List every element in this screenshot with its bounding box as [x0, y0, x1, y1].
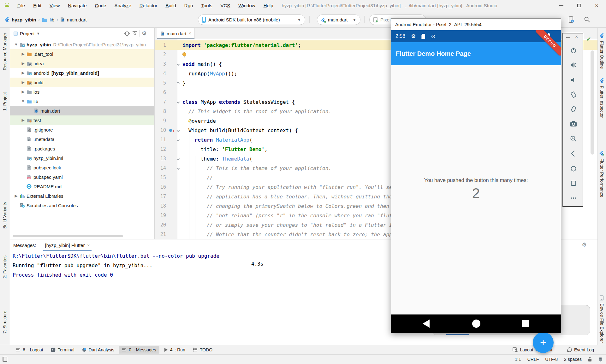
- volume-up-icon[interactable]: [569, 61, 578, 69]
- expand-arrow-icon[interactable]: ▶: [20, 71, 26, 75]
- messages-tab-flutter[interactable]: [hyzp_yibin] Flutter ×: [43, 239, 92, 251]
- tree-item-main-dart[interactable]: main.dart: [10, 106, 154, 115]
- back-icon[interactable]: [569, 150, 578, 158]
- tree-item-readme-md[interactable]: README.md: [10, 182, 154, 191]
- menu-run[interactable]: Run: [180, 3, 197, 8]
- rotate-right-icon[interactable]: [569, 105, 578, 113]
- fab-increment-button[interactable]: +: [533, 332, 554, 353]
- overview-icon[interactable]: [569, 179, 578, 187]
- expand-arrow-icon[interactable]: ▶: [20, 90, 26, 94]
- expand-arrow-icon[interactable]: ▶: [20, 118, 26, 122]
- expand-arrow-icon[interactable]: ▶: [20, 80, 26, 85]
- toolwindow-todo[interactable]: TODO: [190, 346, 216, 354]
- tree-item-hyzp-yibin[interactable]: ▼hyzp_yibinR:\FlutterProject\FlutterProj…: [10, 40, 154, 49]
- update-notification-icon[interactable]: [598, 357, 603, 362]
- close-tab-icon[interactable]: ×: [87, 243, 90, 248]
- close-tab-icon[interactable]: ×: [189, 31, 191, 36]
- status-1-1[interactable]: 1:1: [515, 357, 521, 362]
- toolwindow-dart-analysis[interactable]: Dart Analysis: [79, 346, 118, 354]
- fold-marker-icon[interactable]: [176, 138, 180, 141]
- tree-item-scratches-and-consoles[interactable]: Scratches and Consoles: [10, 201, 154, 210]
- nav-home-icon[interactable]: [472, 320, 480, 328]
- close-icon[interactable]: ×: [595, 3, 598, 9]
- inspections-ok-icon[interactable]: ✔: [586, 36, 591, 43]
- search-icon[interactable]: [583, 16, 591, 23]
- stripe-structure[interactable]: 7: Structure: [2, 311, 7, 333]
- toolwindow-6-logcat[interactable]: 6: Logcat: [13, 346, 46, 354]
- maximize-icon[interactable]: [577, 4, 581, 7]
- emulator-minimize-icon[interactable]: [566, 37, 570, 38]
- tree-item-gitignore[interactable]: .gitignore: [10, 125, 154, 134]
- stripe-favorites[interactable]: 2: Favorites: [2, 255, 7, 279]
- breadcrumb-file[interactable]: main.dart: [67, 17, 87, 22]
- power-icon[interactable]: [569, 46, 578, 55]
- tool-window-switcher-icon[interactable]: [3, 357, 8, 362]
- fold-marker-icon[interactable]: [176, 157, 180, 160]
- zoom-in-icon[interactable]: [569, 135, 578, 143]
- toolwindow-0-messages[interactable]: 0: Messages: [119, 346, 159, 354]
- fold-marker-icon[interactable]: [176, 81, 180, 85]
- menu-vcs[interactable]: VCS: [216, 3, 234, 8]
- status-2-spaces[interactable]: 2 spaces: [564, 357, 582, 362]
- nav-back-icon[interactable]: [423, 320, 430, 328]
- menu-code[interactable]: Code: [91, 3, 110, 8]
- fold-marker-icon[interactable]: [176, 62, 180, 66]
- nav-overview-icon[interactable]: [522, 320, 529, 327]
- stripe-flutter-outline[interactable]: Flutter Outline: [599, 41, 604, 69]
- toolwindow-4-run[interactable]: 4: Run: [161, 346, 188, 354]
- tab-main-dart[interactable]: main.dart ×: [157, 28, 195, 39]
- locate-file-icon[interactable]: [124, 31, 130, 37]
- run-config-dropdown[interactable]: main.dart ▼: [317, 15, 360, 25]
- menu-tools[interactable]: Tools: [197, 3, 216, 8]
- tree-item-lib[interactable]: ▼lib: [10, 97, 154, 106]
- tree-item-external-libraries[interactable]: ▶External Libraries: [10, 191, 154, 201]
- expand-arrow-icon[interactable]: ▶: [20, 52, 26, 56]
- rotate-left-icon[interactable]: [569, 91, 578, 99]
- status-crlf[interactable]: CRLF: [527, 357, 539, 362]
- device-manager-icon[interactable]: [567, 16, 575, 23]
- tree-item-pubspec-lock[interactable]: pubspec.lock: [10, 163, 154, 172]
- fold-marker-icon[interactable]: [176, 100, 180, 103]
- menu-view[interactable]: View: [45, 3, 64, 8]
- minimize-icon[interactable]: [559, 5, 563, 6]
- menu-file[interactable]: File: [13, 3, 29, 8]
- override-gutter-icon[interactable]: [169, 129, 172, 132]
- tree-item-test[interactable]: ▶test: [10, 115, 154, 125]
- menu-edit[interactable]: Edit: [29, 3, 45, 8]
- tree-item-idea[interactable]: ▶.idea: [10, 59, 154, 68]
- stripe-build-variants[interactable]: Build Variants: [2, 202, 7, 229]
- emulator-close-icon[interactable]: ×: [575, 34, 578, 40]
- camera-icon[interactable]: [569, 120, 578, 128]
- tree-item-hyzp-yibin-iml[interactable]: hyzp_yibin.iml: [10, 153, 154, 163]
- menu-refactor[interactable]: Refactor: [135, 3, 162, 8]
- expand-arrow-icon[interactable]: ▼: [20, 99, 26, 103]
- expand-arrow-icon[interactable]: ▶: [13, 194, 19, 198]
- lock-icon[interactable]: [588, 357, 592, 362]
- console-file-link[interactable]: R:\Flutter\FlutterSDK\flutter\bin\flutte…: [13, 253, 149, 259]
- expand-arrow-icon[interactable]: ▶: [20, 61, 26, 66]
- stripe-flutter-inspector[interactable]: Flutter Inspector: [599, 86, 604, 118]
- stripe-device-file-explorer[interactable]: Device File Explorer: [599, 303, 604, 343]
- tree-item-metadata[interactable]: .metadata: [10, 134, 154, 144]
- project-view-selector[interactable]: Project: [20, 31, 35, 36]
- status-utf-8[interactable]: UTF-8: [545, 357, 558, 362]
- tree-item-packages[interactable]: .packages: [10, 144, 154, 153]
- expand-arrow-icon[interactable]: ▼: [13, 42, 19, 47]
- home-icon[interactable]: [569, 165, 578, 173]
- stripe-flutter-performance[interactable]: Flutter Performance: [599, 158, 604, 197]
- console-output[interactable]: R:\Flutter\FlutterSDK\flutter\bin\flutte…: [13, 251, 219, 280]
- tree-item-build[interactable]: ▶build: [10, 78, 154, 87]
- tree-horizontal-scrollbar[interactable]: [13, 235, 123, 237]
- more-icon[interactable]: [569, 194, 578, 202]
- fold-marker-icon[interactable]: [176, 167, 180, 170]
- menu-build[interactable]: Build: [161, 3, 180, 8]
- stripe-resource-manager[interactable]: Resource Manager: [2, 33, 7, 70]
- tree-item-ios[interactable]: ▶ios: [10, 87, 154, 97]
- toolwindow-terminal[interactable]: Terminal: [48, 346, 78, 354]
- toolwindow-event-log[interactable]: Event Log: [564, 346, 597, 354]
- collapse-all-icon[interactable]: [132, 31, 138, 36]
- menu-navigate[interactable]: Navigate: [64, 3, 91, 8]
- tree-item-android[interactable]: ▶android[hyzp_yibin_android]: [10, 68, 154, 78]
- fold-marker-icon[interactable]: [176, 129, 180, 132]
- editor-scrollbar[interactable]: [591, 50, 594, 155]
